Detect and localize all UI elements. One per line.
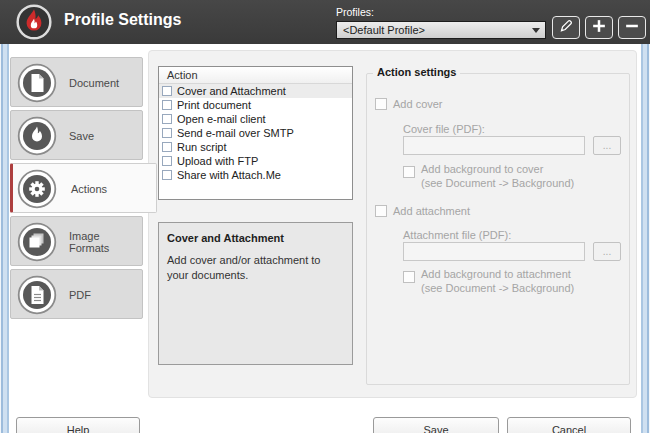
window-border-left [0,0,9,433]
checkbox[interactable] [162,114,172,124]
plus-icon [590,17,608,39]
checkbox[interactable] [162,128,172,138]
checkbox[interactable] [375,205,387,217]
action-item-label: Print document [177,99,251,111]
action-item-print-document[interactable]: Print document [159,98,352,112]
cover-file-input[interactable] [403,136,585,155]
add-background-attachment-label: Add background to attachment [421,268,571,280]
attachment-file-input[interactable] [403,242,585,261]
pencil-icon [557,17,575,39]
sidebar-item-image-formats[interactable]: Image Formats [10,216,143,266]
gear-icon [17,169,57,209]
add-background-cover-hint: (see Document -> Background) [421,177,574,189]
action-item-share-attachme[interactable]: Share with Attach.Me [159,168,352,182]
window-border-right [641,0,650,433]
checkbox[interactable] [162,142,172,152]
checkbox[interactable] [162,156,172,166]
attachment-browse-button[interactable]: ... [593,242,621,261]
action-settings-group: Action settings Add cover Cover file (PD… [366,73,630,385]
action-list-column-header: Action [159,67,352,84]
checkbox[interactable] [375,98,387,110]
action-description-title: Cover and Attachment [167,232,344,244]
action-item-cover-and-attachment[interactable]: Cover and Attachment [159,84,352,98]
page-title: Profile Settings [64,11,181,29]
action-item-label: Upload with FTP [177,155,258,167]
profile-select-value: <Default Profile> [343,24,425,36]
remove-profile-button[interactable] [618,16,646,39]
pdf-page-icon [17,275,57,315]
action-item-label: Open e-mail client [177,113,266,125]
action-item-label: Run script [177,141,227,153]
action-list: Action Cover and Attachment Print docume… [158,66,353,200]
add-background-attachment-hint: (see Document -> Background) [421,282,574,294]
action-item-run-script[interactable]: Run script [159,140,352,154]
sidebar-item-pdf[interactable]: PDF [10,269,143,319]
action-item-label: Cover and Attachment [177,85,286,97]
cover-browse-button[interactable]: ... [593,136,621,155]
add-background-attachment-checkbox-row[interactable]: Add background to attachment (see Docume… [403,268,574,296]
action-item-label: Share with Attach.Me [177,169,281,181]
chevron-down-icon [532,28,540,33]
checkbox[interactable] [162,100,172,110]
titlebar: Profile Settings Profiles: <Default Prof… [0,0,650,44]
sidebar-item-save[interactable]: Save [10,110,143,160]
profiles-label: Profiles: [336,6,374,18]
edit-profile-button[interactable] [552,16,580,39]
checkbox[interactable] [403,166,415,178]
action-description-box: Cover and Attachment Add cover and/or at… [158,222,353,365]
action-settings-title: Action settings [373,66,460,78]
checkbox[interactable] [403,271,415,283]
minus-icon [623,17,641,39]
sidebar-item-label: PDF [69,270,91,320]
action-item-open-email-client[interactable]: Open e-mail client [159,112,352,126]
add-cover-label: Add cover [393,98,443,110]
document-icon [17,63,57,103]
sidebar-item-label: Image Formats [69,217,142,267]
sidebar-item-actions[interactable]: Actions [10,163,157,213]
checkbox[interactable] [162,86,172,96]
add-attachment-checkbox-row[interactable]: Add attachment [375,205,470,217]
action-item-upload-ftp[interactable]: Upload with FTP [159,154,352,168]
action-item-send-email-smtp[interactable]: Send e-mail over SMTP [159,126,352,140]
sidebar-item-label: Actions [71,164,107,214]
checkbox[interactable] [162,170,172,180]
save-button[interactable]: Save [373,417,499,433]
flame-icon [17,116,57,156]
action-description-text: Add cover and/or attachment to your docu… [167,253,344,282]
add-attachment-label: Add attachment [393,205,470,217]
action-item-label: Send e-mail over SMTP [177,127,294,139]
add-profile-button[interactable] [585,16,613,39]
add-background-cover-label: Add background to cover [421,163,543,175]
add-background-cover-checkbox-row[interactable]: Add background to cover (see Document ->… [403,163,574,191]
cancel-button[interactable]: Cancel [507,417,631,433]
help-button[interactable]: Help [16,417,140,433]
sidebar-item-label: Save [69,111,94,161]
images-icon [17,222,57,262]
add-cover-checkbox-row[interactable]: Add cover [375,98,443,110]
sidebar-item-document[interactable]: Document [10,57,143,107]
sidebar-item-label: Document [69,58,119,108]
app-flame-logo-icon [15,3,53,41]
attachment-file-label: Attachment file (PDF): [403,229,511,241]
profile-select[interactable]: <Default Profile> [336,21,546,39]
profile-settings-window: Profile Settings Profiles: <Default Prof… [0,0,650,433]
cover-file-label: Cover file (PDF): [403,123,485,135]
